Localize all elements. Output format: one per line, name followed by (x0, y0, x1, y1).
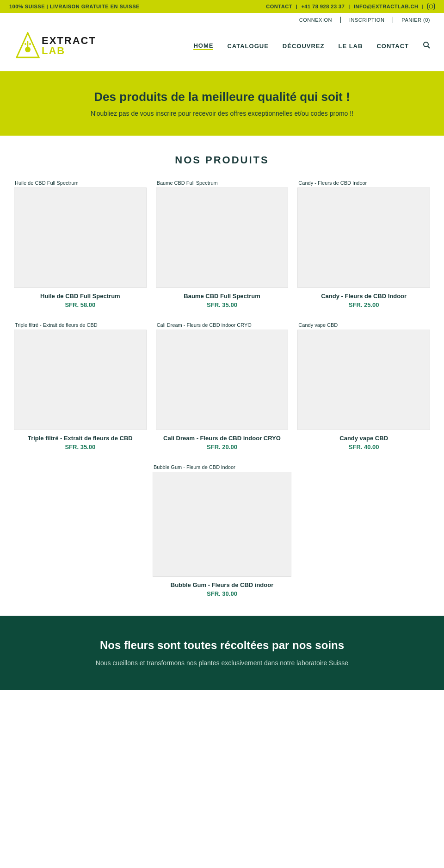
product-image-1 (14, 187, 147, 288)
inscription-link[interactable]: INSCRIPTION (349, 17, 384, 23)
svg-point-4 (29, 43, 31, 45)
product-image-5 (156, 330, 289, 430)
product-card-1[interactable]: Huile de CBD Full Spectrum Huile de CBD … (14, 180, 147, 308)
main-nav: HOME CATALOGUE DÉCOUVREZ LE LAB CONTACT (193, 41, 430, 50)
svg-point-3 (25, 43, 26, 45)
product-card-7[interactable]: Bubble Gum - Fleurs de CBD indoor Bubble… (153, 464, 291, 597)
top-bar-divider1: | (296, 4, 298, 9)
product-name-2: Baume CBD Full Spectrum (156, 293, 289, 300)
product-name-7: Bubble Gum - Fleurs de CBD indoor (153, 581, 291, 588)
top-phone-link[interactable]: +41 78 928 23 37 (301, 4, 345, 9)
cta-subtitle: Nous cueillons et transformons nos plant… (18, 659, 426, 667)
product-name-3: Candy - Fleurs de CBD Indoor (297, 293, 430, 300)
cta-section: Nos fleurs sont toutes récoltées par nos… (0, 616, 444, 690)
hero-title: Des produits de la meilleure qualité qui… (9, 90, 435, 104)
product-card-3[interactable]: Candy - Fleurs de CBD Indoor Candy - Fle… (297, 180, 430, 308)
products-section: NOS PRODUITS Huile de CBD Full Spectrum … (0, 136, 444, 616)
connexion-link[interactable]: CONNEXION (299, 17, 332, 23)
header-divider2 (393, 17, 393, 23)
product-name-4: Triple filtré - Extrait de fleurs de CBD (14, 435, 147, 442)
product-name-6: Candy vape CBD (297, 435, 430, 442)
top-bar-divider2: | (348, 4, 350, 9)
products-grid-row2: Triple filtré - Extrait de fleurs de CBD… (14, 322, 430, 450)
top-bar-promo: 100% SUISSE | LIVRAISON GRATUITE EN SUIS… (9, 4, 140, 9)
product-price-7: SFR. 30.00 (153, 590, 291, 597)
nav-le-lab[interactable]: LE LAB (338, 43, 363, 50)
product-card-5[interactable]: Cali Dream - Fleurs de CBD indoor CRYO C… (156, 322, 289, 450)
top-bar-divider3: | (422, 4, 424, 9)
nav-contact[interactable]: CONTACT (376, 43, 409, 50)
product-name-1: Huile de CBD Full Spectrum (14, 293, 147, 300)
product-image-3 (297, 187, 430, 288)
logo-text: EXTRACT LAB (42, 36, 96, 56)
products-section-title: NOS PRODUITS (14, 154, 430, 166)
top-bar-right: CONTACT | +41 78 928 23 37 | INFO@EXTRAC… (266, 3, 435, 10)
product-label-5: Cali Dream - Fleurs de CBD indoor CRYO (156, 322, 289, 328)
products-grid-row1: Huile de CBD Full Spectrum Huile de CBD … (14, 180, 430, 308)
product-price-6: SFR. 40.00 (297, 443, 430, 450)
logo-lab: LAB (42, 46, 96, 56)
product-label-7: Bubble Gum - Fleurs de CBD indoor (153, 464, 291, 470)
hero-subtitle: N'oubliez pas de vous inscrire pour rece… (9, 110, 435, 117)
top-bar-left: 100% SUISSE | LIVRAISON GRATUITE EN SUIS… (9, 4, 140, 9)
nav-home[interactable]: HOME (193, 42, 213, 50)
bottom-space (0, 690, 444, 868)
header-main: EXTRACT LAB HOME CATALOGUE DÉCOUVREZ LE … (14, 25, 430, 71)
product-price-3: SFR. 25.00 (297, 301, 430, 308)
product-label-3: Candy - Fleurs de CBD Indoor (297, 180, 430, 186)
search-button[interactable] (423, 41, 430, 50)
product-image-4 (14, 330, 147, 430)
logo[interactable]: EXTRACT LAB (14, 30, 96, 62)
product-label-6: Candy vape CBD (297, 322, 430, 328)
header-top-links: CONNEXION INSCRIPTION PANIER (0) (14, 13, 430, 25)
product-price-1: SFR. 58.00 (14, 301, 147, 308)
products-grid-row3: Bubble Gum - Fleurs de CBD indoor Bubble… (14, 464, 430, 597)
top-email-link[interactable]: INFO@EXTRACTLAB.CH (354, 4, 419, 9)
instagram-icon[interactable] (427, 3, 435, 10)
svg-point-1 (25, 47, 31, 52)
product-card-2[interactable]: Baume CBD Full Spectrum Baume CBD Full S… (156, 180, 289, 308)
logo-icon (14, 30, 42, 62)
product-label-4: Triple filtré - Extrait de fleurs de CBD (14, 322, 147, 328)
product-name-5: Cali Dream - Fleurs de CBD indoor CRYO (156, 435, 289, 442)
header: CONNEXION INSCRIPTION PANIER (0) EXTRACT… (0, 13, 444, 71)
product-label-2: Baume CBD Full Spectrum (156, 180, 289, 186)
product-card-6[interactable]: Candy vape CBD Candy vape CBD SFR. 40.00 (297, 322, 430, 450)
header-divider1 (340, 17, 341, 23)
top-contact-link[interactable]: CONTACT (266, 4, 292, 9)
product-price-4: SFR. 35.00 (14, 443, 147, 450)
product-image-7 (153, 472, 291, 577)
logo-extract: EXTRACT (42, 36, 96, 46)
cta-title: Nos fleurs sont toutes récoltées par nos… (18, 639, 426, 652)
svg-point-5 (424, 42, 428, 47)
top-bar: 100% SUISSE | LIVRAISON GRATUITE EN SUIS… (0, 0, 444, 13)
nav-decouvrez[interactable]: DÉCOUVREZ (283, 43, 325, 50)
nav-catalogue[interactable]: CATALOGUE (227, 43, 268, 50)
product-label-1: Huile de CBD Full Spectrum (14, 180, 147, 186)
product-price-5: SFR. 20.00 (156, 443, 289, 450)
svg-line-6 (428, 46, 430, 48)
product-image-2 (156, 187, 289, 288)
hero-banner: Des produits de la meilleure qualité qui… (0, 71, 444, 136)
product-image-6 (297, 330, 430, 430)
product-card-4[interactable]: Triple filtré - Extrait de fleurs de CBD… (14, 322, 147, 450)
product-price-2: SFR. 35.00 (156, 301, 289, 308)
panier-link[interactable]: PANIER (0) (401, 17, 430, 23)
